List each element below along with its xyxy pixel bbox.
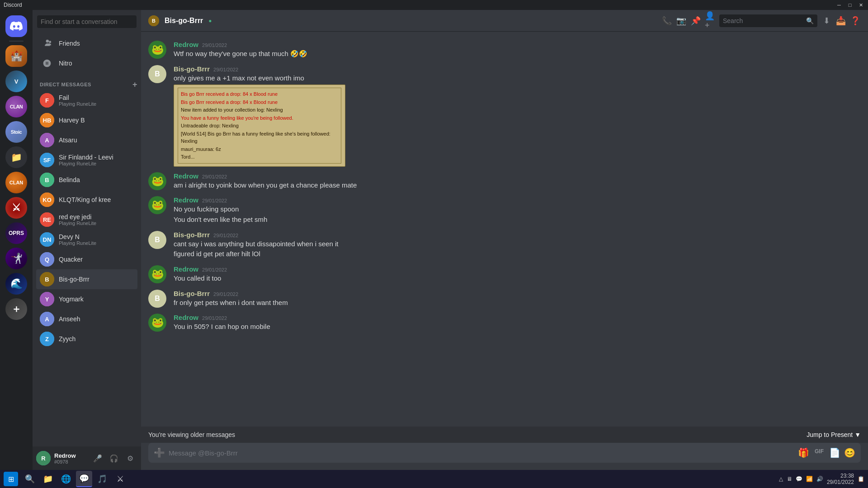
start-button[interactable]: ⊞ bbox=[4, 472, 18, 486]
dm-item-name: red eye jedi bbox=[59, 213, 134, 221]
embed-line: New item added to your collection log: N… bbox=[181, 106, 338, 114]
server-icon-5[interactable]: ⚔ bbox=[5, 197, 27, 219]
friends-item[interactable]: Friends bbox=[36, 33, 137, 53]
add-attachment-icon[interactable]: ➕ bbox=[154, 447, 165, 458]
dm-item[interactable]: HBHarvey B bbox=[36, 110, 137, 130]
server-icon-6[interactable]: OPRS bbox=[5, 222, 27, 244]
dm-item[interactable]: BBelinda bbox=[36, 170, 137, 190]
channel-avatar: B bbox=[148, 15, 159, 26]
embed-line: mauri_muuraa: 6z bbox=[181, 145, 338, 153]
message-input[interactable] bbox=[169, 449, 794, 457]
user-bar: R Redrow #0978 🎤 🎧 ⚙ bbox=[33, 446, 141, 470]
nitro-item[interactable]: Nitro bbox=[36, 53, 137, 73]
message-avatar: B bbox=[148, 231, 166, 249]
chat-search[interactable]: 🔍 bbox=[719, 14, 817, 27]
message-author: Redrow bbox=[174, 41, 198, 48]
taskbar-clock: 23:38 bbox=[827, 473, 854, 479]
server-icon-3[interactable]: CLAN bbox=[5, 96, 27, 117]
friends-icon bbox=[40, 36, 54, 51]
dm-avatar: F bbox=[40, 93, 54, 108]
message-group: 🐸Redrow29/01/2022am i alright to yoink b… bbox=[141, 170, 868, 193]
taskbar-chrome[interactable]: 🌐 bbox=[58, 471, 74, 487]
dm-item[interactable]: YYogmark bbox=[36, 289, 137, 309]
dm-item[interactable]: ZZyych bbox=[36, 329, 137, 349]
call-icon[interactable]: 📞 bbox=[661, 15, 672, 26]
dm-item[interactable]: AAnseeh bbox=[36, 309, 137, 329]
download-icon[interactable]: ⬇ bbox=[821, 15, 832, 26]
dm-avatar: KO bbox=[40, 192, 54, 207]
tray-icon-2: 🖥 bbox=[787, 476, 792, 482]
close-button[interactable]: ✕ bbox=[857, 2, 864, 8]
dm-item-name: Quacker bbox=[59, 256, 134, 263]
message-group: 🐸Redrow29/01/2022You called it too bbox=[141, 263, 868, 286]
dm-item[interactable]: AAtsaru bbox=[36, 130, 137, 150]
message-author: Redrow bbox=[174, 314, 198, 321]
dm-item-name: Atsaru bbox=[59, 136, 134, 144]
taskbar-files[interactable]: 📁 bbox=[40, 471, 56, 487]
server-icon-1[interactable]: 🏰 bbox=[5, 45, 27, 67]
message-group: 🐸Redrow29/01/2022Wtf no way they've gone… bbox=[141, 39, 868, 61]
message-text: Wtf no way they've gone up that much 🤣🤣 bbox=[174, 49, 861, 59]
maximize-button[interactable]: □ bbox=[846, 2, 854, 8]
dm-item[interactable]: DNDevy NPlaying RuneLite bbox=[36, 230, 137, 249]
server-icon-8[interactable]: 🌊 bbox=[5, 273, 27, 295]
message-text: You don't even like the pet smh bbox=[174, 215, 861, 225]
dm-item-name: Yogmark bbox=[59, 296, 134, 303]
jump-to-present-button[interactable]: Jump to Present ▼ bbox=[807, 431, 861, 438]
header-icons: 📞 📷 📌 👤+ 🔍 ⬇ 📥 ❓ bbox=[661, 14, 861, 27]
server-icon-2[interactable]: V bbox=[5, 70, 27, 92]
chat-search-input[interactable] bbox=[723, 17, 804, 24]
tray-icon-4: 📶 bbox=[806, 476, 813, 482]
minimize-button[interactable]: ─ bbox=[835, 2, 843, 8]
older-messages-bar: You're viewing older messages Jump to Pr… bbox=[141, 427, 868, 443]
taskbar-other[interactable]: ⚔ bbox=[112, 471, 128, 487]
server-icon-stoic[interactable]: Stoic bbox=[5, 121, 27, 143]
dm-item[interactable]: QQuacker bbox=[36, 249, 137, 269]
message-avatar: 🐸 bbox=[148, 196, 166, 214]
emoji-icon[interactable]: 😊 bbox=[844, 447, 855, 458]
dm-item-info: Quacker bbox=[59, 256, 134, 263]
dm-item-sub: Playing RuneLite bbox=[59, 221, 134, 226]
microphone-icon[interactable]: 🎤 bbox=[90, 451, 105, 465]
message-author: Bis-go-Brrr bbox=[174, 290, 210, 297]
dm-avatar: B bbox=[40, 173, 54, 187]
dm-search-input[interactable] bbox=[37, 15, 137, 28]
message-text: No you fucking spoon bbox=[174, 205, 861, 214]
gif-icon[interactable]: GIF bbox=[813, 447, 826, 458]
help-icon[interactable]: ❓ bbox=[850, 15, 861, 26]
message-group: BBis-go-Brrr29/01/2022only gives me a +1… bbox=[141, 63, 868, 169]
taskbar-discord[interactable]: 💬 bbox=[76, 471, 92, 487]
headset-icon[interactable]: 🎧 bbox=[107, 451, 121, 465]
add-dm-button[interactable]: + bbox=[132, 80, 137, 89]
dm-item[interactable]: KOKLQT/King of kree bbox=[36, 190, 137, 210]
dm-item[interactable]: BBis-go-Brrr bbox=[36, 269, 137, 289]
message-header: Bis-go-Brrr29/01/2022 bbox=[174, 231, 861, 239]
search-icon: 🔍 bbox=[806, 17, 814, 24]
taskbar-search[interactable]: 🔍 bbox=[22, 471, 38, 487]
gift-icon[interactable]: 🎁 bbox=[798, 447, 809, 458]
pin-icon[interactable]: 📌 bbox=[690, 15, 701, 26]
add-friend-icon[interactable]: 👤+ bbox=[705, 15, 716, 26]
dm-item[interactable]: FFailPlaying RuneLite bbox=[36, 90, 137, 110]
taskbar-spotify[interactable]: 🎵 bbox=[94, 471, 110, 487]
message-header: Redrow29/01/2022 bbox=[174, 196, 861, 204]
server-icon-7[interactable]: 🤺 bbox=[5, 248, 27, 269]
server-icon-folder[interactable]: 📁 bbox=[5, 146, 27, 168]
home-button[interactable] bbox=[5, 15, 27, 37]
dm-item[interactable]: SFSir Finlandd - LeeviPlaying RuneLite bbox=[36, 150, 137, 170]
current-user-name: Redrow bbox=[54, 452, 87, 459]
search-bar-container bbox=[33, 10, 141, 33]
dm-item-name: Devy N bbox=[59, 233, 134, 240]
settings-icon[interactable]: ⚙ bbox=[123, 451, 137, 465]
game-embed: Bis go Brrr received a drop: 84 x Blood … bbox=[178, 88, 341, 164]
dm-item-name: Belinda bbox=[59, 176, 134, 183]
sticker-icon[interactable]: 📄 bbox=[829, 447, 840, 458]
dm-item[interactable]: REred eye jediPlaying RuneLite bbox=[36, 210, 137, 230]
inbox-icon[interactable]: 📥 bbox=[835, 15, 846, 26]
server-icon-add[interactable]: ＋ bbox=[5, 298, 27, 320]
video-icon[interactable]: 📷 bbox=[676, 15, 687, 26]
taskbar-date: 29/01/2022 bbox=[827, 479, 854, 485]
dm-item-info: Yogmark bbox=[59, 296, 134, 303]
server-icon-4[interactable]: CLAN bbox=[5, 172, 27, 193]
user-bar-controls: 🎤 🎧 ⚙ bbox=[90, 451, 137, 465]
